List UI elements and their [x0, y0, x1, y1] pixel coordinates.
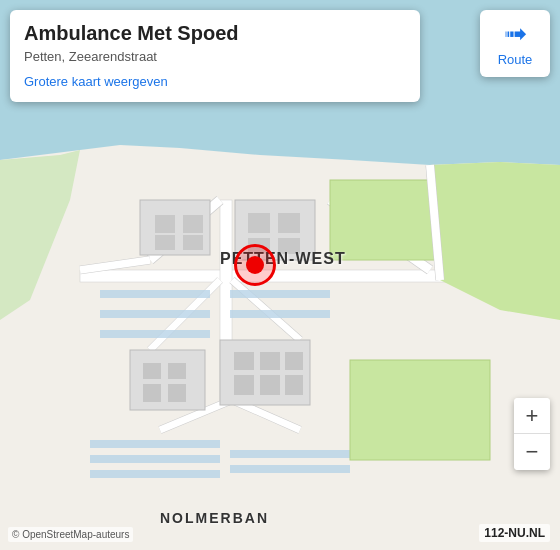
- zoom-out-button[interactable]: −: [514, 434, 550, 470]
- incident-title: Ambulance Met Spoed: [24, 22, 406, 45]
- zoom-in-button[interactable]: +: [514, 398, 550, 434]
- svg-rect-42: [100, 290, 210, 298]
- route-label: Route: [498, 52, 533, 67]
- incident-location: Petten, Zeearendstraat: [24, 49, 406, 64]
- route-button[interactable]: ➟ Route: [480, 10, 550, 77]
- svg-rect-26: [248, 213, 270, 233]
- svg-rect-50: [230, 450, 350, 458]
- svg-rect-37: [260, 352, 280, 370]
- svg-rect-29: [278, 238, 300, 254]
- map-container: Ambulance Met Spoed Petten, Zeearendstra…: [0, 0, 560, 550]
- svg-rect-33: [143, 384, 161, 402]
- svg-rect-49: [90, 470, 220, 478]
- svg-rect-38: [285, 352, 303, 370]
- svg-rect-51: [230, 465, 350, 473]
- pin-outer: [234, 244, 276, 286]
- pin-inner: [246, 256, 264, 274]
- svg-rect-34: [168, 384, 186, 402]
- route-icon: ➟: [504, 20, 527, 48]
- svg-rect-35: [220, 340, 310, 405]
- svg-rect-40: [260, 375, 280, 395]
- svg-rect-43: [100, 310, 210, 318]
- svg-rect-46: [230, 310, 330, 318]
- svg-rect-22: [183, 215, 203, 233]
- svg-rect-32: [168, 363, 186, 379]
- svg-rect-23: [155, 235, 175, 250]
- svg-rect-30: [130, 350, 205, 410]
- svg-rect-45: [230, 290, 330, 298]
- svg-rect-48: [90, 455, 220, 463]
- watermark: 112-NU.NL: [479, 524, 550, 542]
- svg-rect-39: [234, 375, 254, 395]
- zoom-controls: + −: [514, 398, 550, 470]
- svg-rect-41: [285, 375, 303, 395]
- svg-rect-21: [155, 215, 175, 233]
- info-panel: Ambulance Met Spoed Petten, Zeearendstra…: [10, 10, 420, 102]
- location-pin: [234, 244, 276, 286]
- svg-rect-44: [100, 330, 210, 338]
- svg-rect-53: [350, 360, 490, 460]
- map-attribution: © OpenStreetMap-auteurs: [8, 527, 133, 542]
- larger-map-link[interactable]: Grotere kaart weergeven: [24, 74, 168, 89]
- svg-rect-47: [90, 440, 220, 448]
- svg-rect-27: [278, 213, 300, 233]
- svg-rect-36: [234, 352, 254, 370]
- svg-rect-31: [143, 363, 161, 379]
- svg-rect-24: [183, 235, 203, 250]
